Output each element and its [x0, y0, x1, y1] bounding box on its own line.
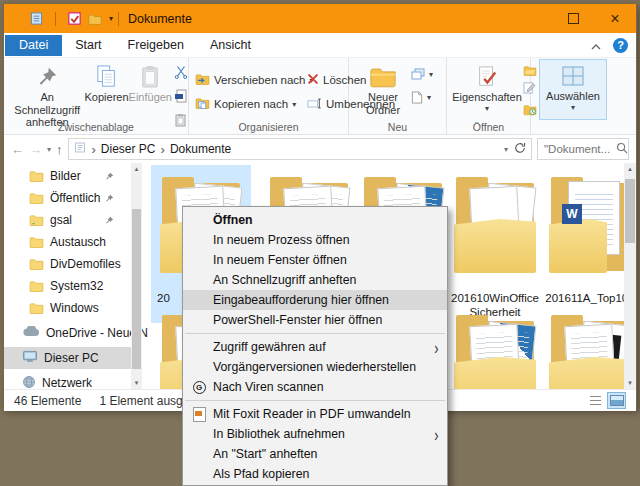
qat-properties-icon[interactable]	[30, 12, 43, 25]
copy-to-button[interactable]: Kopieren nach ▾	[195, 92, 307, 116]
breadcrumb-chevron[interactable]: ›	[161, 142, 165, 157]
qat-checkmark-icon[interactable]	[68, 12, 81, 25]
breadcrumb-current[interactable]: Dokumente	[170, 142, 231, 156]
word-folder-icon: W	[542, 167, 636, 291]
tab-datei[interactable]: Datei	[5, 35, 62, 56]
sidebar-item-austausch[interactable]: Austausch	[4, 231, 142, 253]
sidebar-scroll-thumb[interactable]	[132, 209, 141, 369]
address-bar: ← → ▾ ↑ › Dieser PC › Dokumente ▾	[4, 135, 636, 163]
menu-item-neues-fenster[interactable]: In neuem Fenster öffnen	[183, 250, 447, 270]
maximize-button[interactable]	[552, 4, 594, 33]
search-box[interactable]	[537, 138, 629, 160]
search-input[interactable]	[542, 142, 616, 156]
ribbon-group-select: Auswählen ▾	[531, 58, 615, 134]
group-label-clipboard: Zwischenablage	[4, 121, 188, 133]
pin-icon	[105, 214, 114, 228]
ribbon: An Schnellzugriff anheften Kopieren Einf…	[4, 58, 636, 135]
sidebar-item-windows[interactable]: Windows	[4, 297, 142, 319]
copy-path-icon[interactable]	[174, 89, 188, 107]
content-scroll-thumb[interactable]	[625, 179, 635, 243]
antivirus-icon: G	[191, 381, 207, 394]
refresh-icon[interactable]	[514, 142, 526, 157]
this-pc-icon	[22, 350, 38, 366]
menu-item-virenscan[interactable]: G Nach Viren scannen	[183, 377, 447, 397]
file-tile[interactable]: W 201611A_Top100	[540, 165, 636, 323]
file-tile[interactable]	[445, 303, 545, 389]
menu-item-start-anheften[interactable]: An "Start" anheften	[183, 444, 447, 464]
tab-freigeben[interactable]: Freigeben	[115, 35, 197, 56]
recent-locations-caret[interactable]: ▾	[47, 145, 51, 154]
new-item-button[interactable]: ▾	[411, 91, 433, 104]
clipboard-icon	[140, 63, 160, 91]
up-icon[interactable]: ↑	[56, 142, 63, 157]
folder-icon	[447, 167, 543, 291]
thumbnails-view-icon	[610, 395, 624, 406]
close-button[interactable]: ×	[594, 4, 636, 33]
folder-icon	[447, 305, 543, 389]
sidebar-item-dieser-pc[interactable]: Dieser PC	[4, 347, 142, 369]
submenu-arrow-icon: ›	[435, 423, 439, 445]
search-icon[interactable]	[616, 140, 628, 158]
organize-grid: Verschieben nach ▾ Löschen ▾	[195, 68, 348, 116]
scroll-up-icon[interactable]: ▴	[135, 165, 139, 173]
collapse-ribbon-icon[interactable]	[591, 36, 601, 54]
sidebar-item-oeffentlich[interactable]: Öffentlich	[4, 187, 142, 209]
title-separator	[118, 12, 119, 26]
breadcrumb-root[interactable]: Dieser PC	[101, 142, 156, 156]
location-folder-icon	[74, 142, 87, 156]
sidebar-item-bilder[interactable]: Bilder	[4, 165, 142, 187]
menu-item-zugriff[interactable]: Zugriff gewähren auf ›	[183, 337, 447, 357]
word-badge-icon: W	[562, 204, 582, 224]
menu-item-schnellzugriff[interactable]: An Schnellzugriff anheften	[183, 270, 447, 290]
help-icon[interactable]: ?	[613, 38, 628, 53]
menu-item-bibliothek[interactable]: In Bibliothek aufnehmen ›	[183, 424, 447, 444]
menu-item-powershell[interactable]: PowerShell-Fenster hier öffnen	[183, 310, 447, 330]
select-button[interactable]: Auswählen ▾	[539, 59, 607, 120]
menu-item-eingabeaufforderung[interactable]: Eingabeaufforderung hier öffnen	[183, 290, 447, 310]
scroll-down-icon[interactable]: ▾	[628, 379, 632, 387]
menu-item-pfad-kopieren[interactable]: Als Pfad kopieren	[183, 464, 447, 484]
copy-to-folder-icon	[195, 97, 210, 111]
address-dropdown-caret[interactable]: ▾	[504, 145, 508, 154]
foxit-pdf-icon	[191, 407, 207, 422]
sidebar-item-gsal[interactable]: gsal	[4, 209, 142, 231]
close-icon: ×	[610, 11, 619, 27]
qat-dropdown-caret[interactable]: ▾	[109, 14, 113, 23]
scroll-down-icon[interactable]: ▾	[135, 379, 139, 387]
new-folder-icon	[369, 63, 397, 91]
back-icon[interactable]: ←	[11, 142, 24, 157]
tab-ansicht[interactable]: Ansicht	[197, 35, 264, 56]
maximize-icon	[568, 13, 579, 24]
sidebar-item-divdemofiles[interactable]: DivDemofiles	[4, 253, 142, 275]
details-view-button[interactable]	[586, 392, 605, 409]
forward-icon[interactable]: →	[29, 142, 42, 157]
sidebar-item-system32[interactable]: System32	[4, 275, 142, 297]
quick-access-toolbar: ▾	[30, 12, 113, 26]
tab-start[interactable]: Start	[62, 35, 114, 56]
file-tile[interactable]: 201610WinOffice Sicherheit	[445, 165, 545, 323]
menu-item-vorgaengerversionen[interactable]: Vorgängerversionen wiederherstellen	[183, 357, 447, 377]
breadcrumb-chevron[interactable]: ›	[92, 142, 96, 157]
menu-item-oeffnen[interactable]: Öffnen	[183, 210, 447, 230]
menu-separator	[185, 333, 445, 334]
move-to-button[interactable]: Verschieben nach ▾	[195, 68, 307, 92]
network-globe-icon	[22, 375, 36, 390]
menu-item-neuer-prozess[interactable]: In neuem Prozess öffnen	[183, 230, 447, 250]
copy-pages-icon	[96, 63, 118, 91]
scroll-up-icon[interactable]: ▴	[628, 165, 632, 173]
cut-scissors-icon[interactable]	[174, 65, 188, 83]
rename-icon	[307, 97, 322, 112]
sidebar-item-netzwerk[interactable]: Netzwerk	[4, 372, 142, 389]
qat-folder-icon[interactable]	[88, 13, 102, 25]
breadcrumb[interactable]: › Dieser PC › Dokumente ▾	[68, 138, 532, 160]
menu-item-foxit-pdf[interactable]: Mit Foxit Reader in PDF umwandeln	[183, 404, 447, 424]
thumbnails-view-button[interactable]	[607, 392, 626, 409]
context-menu: Öffnen In neuem Prozess öffnen In neuem …	[182, 206, 448, 486]
view-switcher	[586, 392, 626, 409]
sidebar-item-onedrive[interactable]: OneDrive - Neue N	[4, 322, 142, 344]
file-tile[interactable]	[540, 303, 636, 389]
ribbon-group-clipboard: An Schnellzugriff anheften Kopieren Einf…	[4, 58, 189, 134]
properties-check-icon	[476, 63, 498, 91]
window-title: Dokumente	[128, 12, 192, 26]
easy-access-button[interactable]: ▾	[411, 68, 433, 81]
